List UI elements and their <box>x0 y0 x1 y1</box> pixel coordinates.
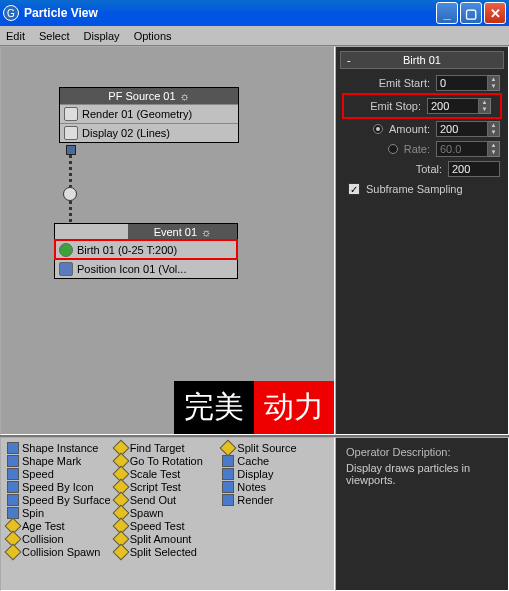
menu-options[interactable]: Options <box>134 30 172 42</box>
operator-item[interactable]: Find Target <box>115 442 221 454</box>
emit-stop-spinner[interactable]: ▲▼ <box>427 98 491 114</box>
rate-radio[interactable] <box>388 144 398 154</box>
operator-item[interactable]: Collision Spawn <box>7 546 113 558</box>
emit-start-input[interactable] <box>436 75 488 91</box>
operator-icon <box>220 440 237 457</box>
birth-operator-row[interactable]: Birth 01 (0-25 T:200) <box>55 240 237 259</box>
operator-icon <box>7 468 19 480</box>
rate-spinner: ▲▼ <box>436 141 500 157</box>
output-handle[interactable] <box>66 145 76 155</box>
operator-item[interactable]: Split Source <box>222 442 328 454</box>
amount-row: Amount: ▲▼ <box>336 119 508 139</box>
emit-stop-input[interactable] <box>427 98 479 114</box>
minimize-button[interactable]: _ <box>436 2 458 24</box>
event-node[interactable]: Event 01 ☼ Birth 01 (0-25 T:200) Positio… <box>54 223 238 279</box>
operator-item[interactable]: Display <box>222 468 328 480</box>
operator-icon <box>7 494 19 506</box>
watermark: 完美 动力 <box>174 381 334 434</box>
event-input-circle[interactable] <box>63 187 77 201</box>
menu-display[interactable]: Display <box>84 30 120 42</box>
operator-depot: Shape InstanceShape MarkSpeedSpeed By Ic… <box>0 435 509 591</box>
parameters-panel: - Birth 01 Emit Start: ▲▼ Emit Stop: ▲▼ … <box>335 46 509 435</box>
operator-item[interactable]: Scale Test <box>115 468 221 480</box>
spinner-arrows: ▲▼ <box>488 141 500 157</box>
operator-item[interactable]: Notes <box>222 481 328 493</box>
operator-item[interactable]: Split Amount <box>115 533 221 545</box>
render-icon <box>64 107 78 121</box>
operator-item[interactable]: Render <box>222 494 328 506</box>
emit-start-spinner[interactable]: ▲▼ <box>436 75 500 91</box>
flow-link-2 <box>69 201 72 223</box>
position-icon <box>59 262 73 276</box>
operator-item[interactable]: Age Test <box>7 520 113 532</box>
operator-item[interactable]: Speed Test <box>115 520 221 532</box>
description-panel: Operator Description: Display draws part… <box>335 437 509 591</box>
operator-item[interactable]: Speed By Icon <box>7 481 113 493</box>
flow-link <box>69 155 72 187</box>
operator-item[interactable]: Collision <box>7 533 113 545</box>
subframe-row: ✓ Subframe Sampling <box>336 179 508 199</box>
operator-item[interactable]: Split Selected <box>115 546 221 558</box>
operator-item[interactable]: Shape Mark <box>7 455 113 467</box>
operator-item[interactable]: Speed <box>7 468 113 480</box>
operator-icon <box>222 494 234 506</box>
lightbulb-icon: ☼ <box>201 226 211 238</box>
description-body: Display draws particles in viewports. <box>346 462 498 486</box>
spinner-arrows[interactable]: ▲▼ <box>479 98 491 114</box>
render-operator-row[interactable]: Render 01 (Geometry) <box>60 104 238 123</box>
display-icon <box>64 126 78 140</box>
menu-edit[interactable]: Edit <box>6 30 25 42</box>
close-button[interactable]: ✕ <box>484 2 506 24</box>
spinner-arrows[interactable]: ▲▼ <box>488 121 500 137</box>
operator-icon <box>222 468 234 480</box>
display-operator-row[interactable]: Display 02 (Lines) <box>60 123 238 142</box>
rate-row: Rate: ▲▼ <box>336 139 508 159</box>
pf-source-node[interactable]: PF Source 01 ☼ Render 01 (Geometry) Disp… <box>59 87 239 143</box>
emit-start-row: Emit Start: ▲▼ <box>336 73 508 93</box>
menu-bar: Edit Select Display Options <box>0 26 509 46</box>
operator-list[interactable]: Shape InstanceShape MarkSpeedSpeed By Ic… <box>0 437 335 591</box>
maximize-button[interactable]: ▢ <box>460 2 482 24</box>
rollout-header[interactable]: - Birth 01 <box>340 51 504 69</box>
lightbulb-icon: ☼ <box>180 90 190 102</box>
operator-icon <box>112 544 129 561</box>
operator-icon <box>5 544 22 561</box>
spinner-arrows[interactable]: ▲▼ <box>488 75 500 91</box>
menu-select[interactable]: Select <box>39 30 70 42</box>
operator-item[interactable]: Shape Instance <box>7 442 113 454</box>
window-title: Particle View <box>24 6 434 20</box>
window-titlebar: G Particle View _ ▢ ✕ <box>0 0 509 26</box>
emit-stop-highlight: Emit Stop: ▲▼ <box>342 93 502 119</box>
operator-icon <box>7 481 19 493</box>
app-icon: G <box>3 5 19 21</box>
operator-icon <box>7 442 19 454</box>
subframe-checkbox[interactable]: ✓ <box>348 183 360 195</box>
position-operator-row[interactable]: Position Icon 01 (Vol... <box>55 259 237 278</box>
operator-item[interactable]: Cache <box>222 455 328 467</box>
operator-icon <box>7 455 19 467</box>
amount-spinner[interactable]: ▲▼ <box>436 121 500 137</box>
operator-icon <box>222 455 234 467</box>
total-row: Total: <box>336 159 508 179</box>
description-heading: Operator Description: <box>346 446 498 458</box>
operator-item[interactable]: Spin <box>7 507 113 519</box>
operator-item[interactable]: Spawn <box>115 507 221 519</box>
collapse-icon: - <box>347 54 351 66</box>
rate-input <box>436 141 488 157</box>
birth-icon <box>59 243 73 257</box>
operator-icon <box>222 481 234 493</box>
emit-stop-row: Emit Stop: ▲▼ <box>345 96 499 116</box>
operator-item[interactable]: Send Out <box>115 494 221 506</box>
event-title[interactable]: Event 01 ☼ <box>128 224 237 240</box>
operator-item[interactable]: Script Test <box>115 481 221 493</box>
total-input <box>448 161 500 177</box>
total-field <box>448 161 500 177</box>
pf-source-title[interactable]: PF Source 01 ☼ <box>60 88 238 104</box>
operator-item[interactable]: Speed By Surface <box>7 494 113 506</box>
amount-radio[interactable] <box>373 124 383 134</box>
amount-input[interactable] <box>436 121 488 137</box>
operator-item[interactable]: Go To Rotation <box>115 455 221 467</box>
flow-canvas[interactable]: PF Source 01 ☼ Render 01 (Geometry) Disp… <box>0 46 335 435</box>
